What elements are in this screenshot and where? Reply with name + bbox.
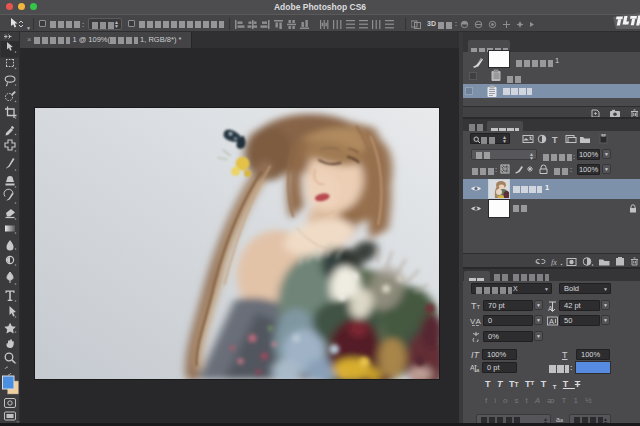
svg-text:fx: fx [551, 258, 557, 267]
svg-text:A: A [548, 305, 553, 312]
svg-text:A: A [476, 317, 482, 326]
svg-text:A: A [470, 364, 475, 371]
svg-text:A: A [549, 317, 554, 326]
svg-text:a: a [476, 367, 480, 373]
svg-text:T: T [552, 134, 558, 144]
